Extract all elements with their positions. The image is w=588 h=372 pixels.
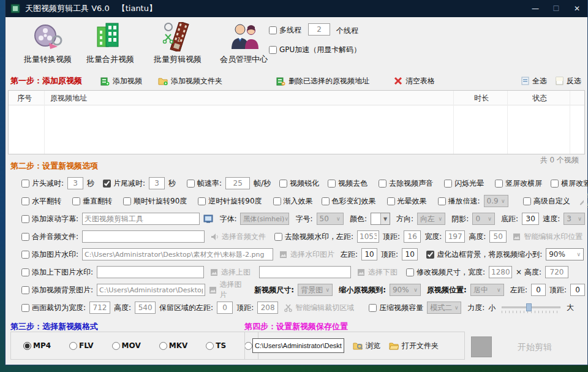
wm-width-input[interactable] xyxy=(445,230,465,243)
trim-tail-checkbox[interactable]: 片尾减时: xyxy=(103,178,145,189)
position-select[interactable]: 居中∨ xyxy=(470,284,504,296)
merge-audio-checkbox[interactable]: 合并音频文件: xyxy=(21,232,78,242)
advanced-checkbox[interactable]: 高级自定义 xyxy=(523,196,570,207)
format-radio-mkv[interactable]: MKV xyxy=(159,341,188,350)
flip-h-checkbox[interactable]: 水平翻转 xyxy=(21,196,61,207)
compress-checkbox[interactable]: 压缩视频容量 xyxy=(369,303,423,313)
subtitle-checkbox[interactable]: 添加滚动字幕: xyxy=(21,214,78,224)
subtitle-text-input[interactable] xyxy=(82,213,200,225)
minimize-button[interactable]: — xyxy=(525,0,546,17)
maximize-button[interactable]: ☐ xyxy=(546,0,567,17)
crop-top-input[interactable] xyxy=(257,302,278,314)
browse-button[interactable]: 浏览 xyxy=(353,341,380,351)
landscape-to-portrait-checkbox[interactable]: 横屏改竖屏 xyxy=(551,178,588,189)
slider-thumb[interactable] xyxy=(526,303,532,311)
edit-button[interactable]: 编辑 xyxy=(579,191,588,211)
new-size-select[interactable]: 背景图∨ xyxy=(298,284,333,296)
remove-watermark-checkbox[interactable]: 去除视频水印，左距: xyxy=(274,232,353,242)
video-table[interactable]: 序号 原视频地址 时长 状态 xyxy=(8,90,585,154)
save-path-input[interactable] xyxy=(252,338,344,353)
halo-fx-checkbox[interactable]: 光晕效果 xyxy=(387,196,427,207)
wm-left-input[interactable] xyxy=(357,230,379,243)
color-fx-checkbox[interactable]: 色彩变幻效果 xyxy=(322,196,376,207)
start-edit-button[interactable]: 开始剪辑 xyxy=(518,342,552,353)
watermark-image-path-input[interactable] xyxy=(82,248,273,260)
framerate-input[interactable] xyxy=(225,177,250,189)
wm-height-input[interactable] xyxy=(489,230,507,243)
subtitle-preview-icon[interactable] xyxy=(203,214,213,223)
blur-border-checkbox[interactable]: 虚化边框背景，将原视频缩小到: xyxy=(426,249,542,260)
decolor-checkbox[interactable]: 视频去色 xyxy=(328,178,368,189)
smart-crop-button[interactable]: 智能编辑裁切区域 xyxy=(284,303,354,313)
format-radio-ts[interactable]: TS xyxy=(206,341,226,350)
format-radio-mov[interactable]: MOV xyxy=(112,341,141,350)
open-folder-button[interactable]: 打开文件夹 xyxy=(389,341,439,351)
speed-checkbox[interactable]: 播放倍速: xyxy=(438,196,480,207)
flicker-checkbox[interactable]: 闪烁光晕 xyxy=(444,178,484,189)
add-video-button[interactable]: 添加视频 xyxy=(100,76,142,86)
clear-table-button[interactable]: 清空表格 xyxy=(394,76,435,86)
choose-top-image-button[interactable]: 选择上图 xyxy=(210,267,251,278)
framerate-checkbox[interactable]: 帧速率: xyxy=(187,178,222,189)
shadow-select[interactable]: 0∨ xyxy=(472,213,495,225)
crop-left-input[interactable] xyxy=(217,302,233,314)
tb-watermark-checkbox[interactable]: 添加上下图片水印: xyxy=(21,267,93,278)
audio-file-input[interactable] xyxy=(82,230,205,243)
trim-tail-input[interactable] xyxy=(149,177,165,189)
bg-image-checkbox[interactable]: 添加视频背景图片: xyxy=(21,285,93,295)
batch-edit-button[interactable]: 1 批量剪辑视频 xyxy=(145,21,210,70)
bg-image-path-input[interactable] xyxy=(97,284,205,296)
format-radio-mp4[interactable]: MP4 xyxy=(23,341,51,350)
flip-v-checkbox[interactable]: 垂直翻转 xyxy=(72,196,112,207)
bg-top-input[interactable] xyxy=(570,284,585,296)
gpu-checkbox-input[interactable] xyxy=(269,46,277,54)
color-picker[interactable]: ▼ xyxy=(371,213,390,225)
add-folder-button[interactable]: 添加视频文件夹 xyxy=(158,76,222,86)
smart-watermark-button[interactable]: 智能编辑水印位置 xyxy=(513,232,582,242)
bottom-margin-input[interactable] xyxy=(522,213,539,225)
thread-count-input[interactable] xyxy=(308,23,330,36)
crop-checkbox[interactable]: 画面裁切为宽度: xyxy=(21,303,86,313)
direction-select[interactable]: 向左∨ xyxy=(417,213,445,225)
img-wm-left-input[interactable] xyxy=(361,248,377,260)
member-center-button[interactable]: 会员管理中心 xyxy=(211,21,276,70)
choose-audio-button[interactable]: 选择音频文件 xyxy=(211,232,266,242)
select-all-button[interactable]: 全选 xyxy=(521,76,547,86)
trim-head-input[interactable] xyxy=(67,177,83,189)
choose-bg-image-button[interactable]: 选择图片 xyxy=(209,279,249,300)
close-button[interactable]: ✕ xyxy=(567,0,587,17)
font-select[interactable]: 黑体(simhei)∨ xyxy=(240,213,289,225)
portrait-to-landscape-checkbox[interactable]: 竖屏改横屏 xyxy=(495,178,542,189)
rotate-ccw-checkbox[interactable]: 逆时针旋转90度 xyxy=(198,196,262,207)
format-radio-flv[interactable]: FLV xyxy=(69,341,93,350)
choose-bottom-image-button[interactable]: 选择下图 xyxy=(357,267,398,278)
gpu-checkbox[interactable]: GPU加速（用显卡解码） xyxy=(269,45,361,55)
bg-left-input[interactable] xyxy=(531,284,546,296)
scroll-speed-select[interactable]: 3∨ xyxy=(564,213,585,225)
multithread-checkbox-input[interactable] xyxy=(269,26,277,34)
delete-selected-button[interactable]: 删除已选择的原视频地址 xyxy=(276,76,369,86)
batch-convert-button[interactable]: 批量转换视频 xyxy=(15,21,80,70)
resize-height-input[interactable] xyxy=(545,266,568,278)
resize-width-input[interactable] xyxy=(489,266,512,278)
shrink-select[interactable]: 90%∨ xyxy=(390,284,421,296)
wm-top-input[interactable] xyxy=(404,230,421,243)
image-watermark-checkbox[interactable]: 添加图片水印: xyxy=(21,249,78,260)
multithread-checkbox[interactable]: 多线程 xyxy=(269,25,301,36)
font-size-select[interactable]: 50∨ xyxy=(317,213,344,225)
resize-checkbox[interactable]: 修改视频尺寸，宽度: xyxy=(406,267,485,278)
rotate-cw-checkbox[interactable]: 顺时针旋转90度 xyxy=(123,196,187,207)
sharpen-checkbox[interactable]: 视频锐化 xyxy=(279,178,319,189)
bottom-image-input[interactable] xyxy=(259,266,351,278)
crop-width-input[interactable] xyxy=(89,302,110,314)
shrink-scale-select[interactable]: 90%∨ xyxy=(546,248,584,260)
compress-strength-slider[interactable] xyxy=(502,302,560,313)
img-wm-top-input[interactable] xyxy=(402,248,418,260)
choose-watermark-button[interactable]: 选择水印图片 xyxy=(279,249,334,260)
crop-height-input[interactable] xyxy=(135,302,156,314)
invert-select-button[interactable]: 反选 xyxy=(556,76,581,86)
speed-select[interactable]: 0.9∨ xyxy=(484,195,508,207)
compress-mode-select[interactable]: 模式二∨ xyxy=(427,302,461,314)
batch-merge-button[interactable]: 批量合并视频 xyxy=(78,21,143,70)
remove-audio-checkbox[interactable]: 去除视频声音 xyxy=(379,178,433,189)
